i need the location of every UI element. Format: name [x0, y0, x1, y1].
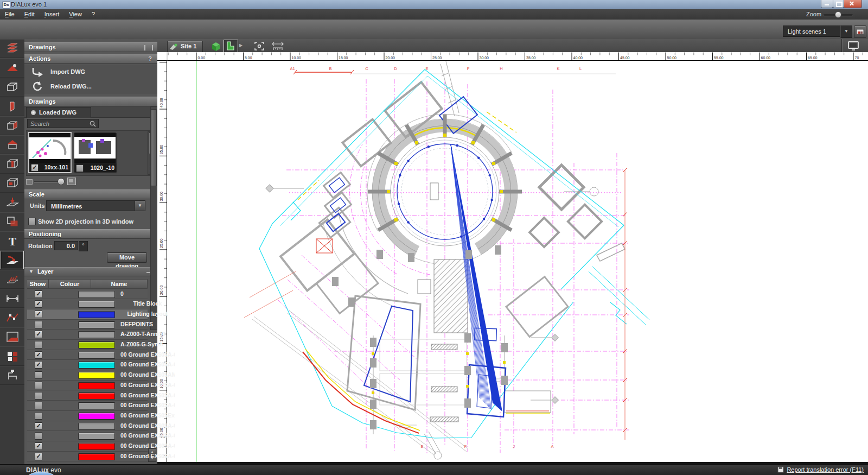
layer-row[interactable]: ✓0	[27, 289, 148, 300]
plan-view-button[interactable]	[224, 40, 238, 53]
light-scenes-dropdown-arrow[interactable]: ▼	[840, 26, 852, 38]
minimize-button[interactable]	[821, 0, 833, 8]
tool-empty-room[interactable]	[0, 78, 24, 97]
layer-colour-swatch[interactable]	[78, 423, 115, 430]
thumbnail-checkbox[interactable]	[76, 164, 84, 172]
layer-row[interactable]: 00 Ground EX$0$ExGround	[27, 411, 148, 421]
menu-file[interactable]: File	[0, 9, 20, 17]
layer-row[interactable]: ✓00 Ground EX$0$A-G25-G-	[27, 360, 148, 370]
site-button[interactable]: Site 1	[167, 41, 203, 53]
tool-materials[interactable]	[0, 346, 24, 365]
menu-edit[interactable]: Edit	[20, 9, 40, 17]
display-mode-button[interactable]	[846, 40, 861, 52]
light-scenes-editor-button[interactable]	[854, 26, 866, 38]
light-scenes-select[interactable]: Light scenes 1	[783, 26, 840, 37]
tool-column[interactable]	[0, 154, 24, 173]
measure-button[interactable]	[271, 41, 284, 51]
tool-dimension[interactable]	[0, 289, 24, 308]
layer-visibility-checkbox[interactable]	[35, 321, 42, 328]
thumbnail-checkbox[interactable]: ✓	[31, 164, 39, 172]
layer-visibility-checkbox[interactable]: ✓	[35, 361, 42, 369]
maximize-button[interactable]	[833, 0, 844, 8]
layer-visibility-checkbox[interactable]	[35, 382, 42, 389]
rotation-input[interactable]: 0.0	[54, 241, 78, 250]
drawing-canvas[interactable]: A1BCDEFHKLEFJA	[167, 61, 868, 462]
tab-loaded-dwg[interactable]: Loaded DWG	[26, 107, 91, 118]
layer-colour-swatch[interactable]	[78, 311, 115, 318]
layer-visibility-checkbox[interactable]: ✓	[35, 351, 42, 359]
layer-colour-swatch[interactable]	[78, 413, 115, 420]
layer-visibility-checkbox[interactable]	[35, 371, 42, 379]
layer-colour-swatch[interactable]	[78, 382, 115, 389]
help-icon[interactable]: ?	[148, 54, 152, 64]
tool-dwg-import[interactable]	[0, 250, 24, 269]
layer-visibility-checkbox[interactable]: ✓	[35, 422, 42, 430]
panel-title[interactable]: Drawings	[24, 42, 157, 52]
units-select[interactable]: Millimetres ▼	[46, 200, 145, 211]
layer-colour-swatch[interactable]	[78, 443, 115, 450]
layer-visibility-checkbox[interactable]: ✓	[35, 331, 42, 338]
tool-window-opening[interactable]	[0, 174, 24, 193]
layer-row[interactable]: 00 Ground EX$0$A-G1-G-N	[27, 431, 148, 441]
layer-colour-swatch[interactable]	[78, 352, 115, 359]
panel-grip-icon[interactable]	[144, 45, 153, 50]
menu-view[interactable]: View	[64, 9, 87, 17]
layer-colour-swatch[interactable]	[78, 331, 115, 338]
layer-visibility-checkbox[interactable]: ✓	[35, 442, 42, 450]
layer-visibility-checkbox[interactable]	[35, 412, 42, 420]
layer-colour-swatch[interactable]	[78, 362, 115, 369]
report-translation-error-link[interactable]: Report translation error (F11)	[777, 466, 864, 473]
layer-row[interactable]: 00 Ground EX$0$A-G322-C	[27, 381, 148, 391]
layer-colour-swatch[interactable]	[78, 402, 115, 409]
layer-visibility-checkbox[interactable]: ✓	[35, 300, 42, 308]
layer-row[interactable]: DEFPOINTS	[27, 320, 148, 330]
menu-insert[interactable]: Insert	[40, 9, 65, 17]
view-more-arrow-icon[interactable]: ▶	[239, 43, 242, 48]
layer-row[interactable]: A-Z005-G-Symb	[27, 340, 148, 350]
layer-visibility-checkbox[interactable]	[35, 341, 42, 349]
layer-colour-swatch[interactable]	[78, 291, 115, 298]
tool-storeys[interactable]	[0, 39, 24, 58]
tool-hatch[interactable]	[0, 270, 24, 289]
layer-row[interactable]: ✓00 Ground EX$0$A-G321-C	[27, 441, 148, 452]
layer-row[interactable]: ✓00 Ground EX$0$A-G313-H	[27, 350, 148, 360]
tool-floor-opening[interactable]	[0, 193, 24, 212]
layer-colour-swatch[interactable]	[78, 301, 115, 308]
layer-row[interactable]: ✓A-Z000-T-Anni50	[27, 330, 148, 340]
reload-dwg-button[interactable]: Reload DWG...	[24, 79, 157, 94]
layer-colour-swatch[interactable]	[78, 392, 115, 400]
layer-colour-swatch[interactable]	[78, 453, 115, 460]
tool-room-element[interactable]	[0, 116, 24, 135]
thumbnail-10xx-101[interactable]: ✓10xx-101	[28, 132, 72, 173]
solid-view-button[interactable]	[210, 40, 222, 52]
tool-wall[interactable]	[0, 97, 24, 116]
move-drawing-button[interactable]: Move drawing	[107, 252, 147, 263]
tool-false-colour-render[interactable]	[0, 327, 24, 346]
close-button[interactable]	[844, 0, 862, 8]
layer-visibility-checkbox[interactable]	[35, 402, 42, 409]
rotation-unit-button[interactable]: °	[79, 241, 88, 251]
layer-row[interactable]: ✓00 Ground EX$0$A-G31-G-	[27, 421, 148, 432]
layer-row[interactable]: ✓Lighting layout	[27, 309, 148, 320]
tool-project-tree[interactable]	[0, 366, 24, 385]
layer-colour-swatch[interactable]	[78, 372, 115, 379]
layer-colour-swatch[interactable]	[78, 433, 115, 440]
import-dwg-button[interactable]: Import DWG	[24, 65, 157, 79]
thumbnail-size-slider-knob[interactable]	[58, 178, 65, 185]
zoom-slider-knob[interactable]	[835, 11, 841, 18]
menu-help[interactable]: ?	[87, 9, 100, 17]
tool-roof[interactable]	[0, 135, 24, 154]
layer-colour-swatch[interactable]	[78, 341, 115, 349]
tool-text[interactable]: T	[0, 231, 24, 250]
title-bar[interactable]: Dx DIALux evo 1	[0, 0, 868, 10]
tool-polyline[interactable]	[0, 308, 24, 327]
layer-row[interactable]: 00 Ground EX$0$AMED	[27, 370, 148, 381]
layer-visibility-checkbox[interactable]: ✓	[35, 453, 42, 460]
layer-colour-swatch[interactable]	[78, 321, 115, 328]
layer-row[interactable]: 00 Ground EX$0$A-G322-C	[27, 391, 148, 401]
layer-visibility-checkbox[interactable]	[35, 432, 42, 440]
thumbnail-1020_-10[interactable]: 1020_-10	[74, 132, 117, 173]
layer-section-bar[interactable]: ▼ Layer	[24, 267, 157, 276]
layer-row[interactable]: 00 Ground EX$0$A-G23-G-	[27, 401, 148, 411]
layer-visibility-checkbox[interactable]: ✓	[35, 290, 42, 298]
